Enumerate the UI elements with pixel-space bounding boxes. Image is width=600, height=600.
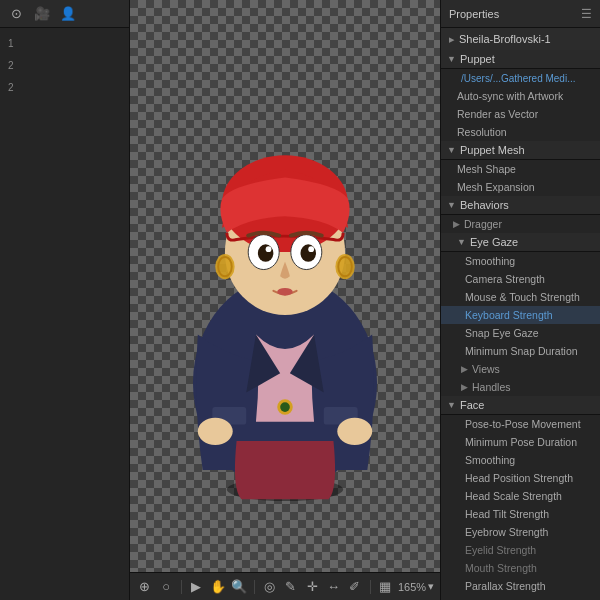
handles-label: Handles <box>472 381 511 393</box>
face-section-header[interactable]: ▼ Face <box>441 396 600 415</box>
record-icon[interactable]: ⊙ <box>6 4 26 24</box>
views-subsection[interactable]: ▶ Views <box>441 360 600 378</box>
min-pose-duration-prop[interactable]: Minimum Pose Duration <box>441 433 600 451</box>
left-toolbar: ⊙ 🎥 👤 <box>0 0 129 28</box>
camera-strength-prop[interactable]: Camera Strength <box>441 270 600 288</box>
svg-point-10 <box>301 244 317 261</box>
head-scale-strength-prop[interactable]: Head Scale Strength <box>441 487 600 505</box>
person-icon[interactable]: 👤 <box>58 4 78 24</box>
collapse-arrow: ▼ <box>457 237 466 247</box>
panel-header: Properties ☰ <box>441 0 600 28</box>
camera-icon[interactable]: 🎥 <box>32 4 52 24</box>
eye-smoothing-prop[interactable]: Smoothing <box>441 252 600 270</box>
bottom-toolbar: ⊕ ○ ▶ ✋ 🔍 ◎ ✎ ✛ ↔ ✐ ▦ 165% ▾ <box>130 572 440 600</box>
collapse-arrow: ▼ <box>447 400 456 410</box>
tool-hand[interactable]: ✋ <box>209 577 226 597</box>
svg-point-9 <box>258 244 274 261</box>
viewport <box>130 0 440 572</box>
resolution-prop[interactable]: Resolution <box>441 123 600 141</box>
file-path-label: /Users/...Gathered Medi... <box>461 73 576 84</box>
svg-point-12 <box>308 246 314 252</box>
views-label: Views <box>472 363 500 375</box>
puppet-name-label: Sheila-Broflovski-1 <box>459 33 551 45</box>
eye-gaze-section-header[interactable]: ▼ Eye Gaze <box>441 233 600 252</box>
face-title: Face <box>460 399 484 411</box>
app-layout: ⊙ 🎥 👤 1 2 2 <box>0 0 600 600</box>
file-path-row: /Users/...Gathered Medi... <box>441 69 600 87</box>
snap-eye-gaze-prop[interactable]: Snap Eye Gaze <box>441 324 600 342</box>
puppet-section-header[interactable]: ▼ Puppet <box>441 50 600 69</box>
collapse-arrow: ▼ <box>447 54 456 64</box>
auto-sync-prop[interactable]: Auto-sync with Artwork <box>441 87 600 105</box>
eyebrow-strength-prop[interactable]: Eyebrow Strength <box>441 523 600 541</box>
pose-to-pose-prop[interactable]: Pose-to-Pose Movement <box>441 415 600 433</box>
tool-zoom[interactable]: 🔍 <box>230 577 247 597</box>
handles-subsection[interactable]: ▶ Handles <box>441 378 600 396</box>
keyboard-strength-prop[interactable]: Keyboard Strength <box>441 306 600 324</box>
dragger-subsection[interactable]: ▶ Dragger <box>441 215 600 233</box>
left-panel: ⊙ 🎥 👤 1 2 2 <box>0 0 130 600</box>
separator <box>181 580 182 594</box>
tool-pen[interactable]: ✎ <box>282 577 299 597</box>
chevron-down-icon: ▾ <box>428 580 434 593</box>
dragger-label: Dragger <box>464 218 502 230</box>
tool-edit[interactable]: ✐ <box>346 577 363 597</box>
puppet-section-title: Puppet <box>460 53 495 65</box>
mesh-expansion-prop[interactable]: Mesh Expansion <box>441 178 600 196</box>
puppet-mesh-title: Puppet Mesh <box>460 144 525 156</box>
separator <box>254 580 255 594</box>
svg-point-20 <box>198 418 233 445</box>
puppet-svg <box>130 56 440 516</box>
head-position-strength-prop[interactable]: Head Position Strength <box>441 469 600 487</box>
mouse-touch-strength-prop[interactable]: Mouse & Touch Strength <box>441 288 600 306</box>
puppet-icon: ▸ <box>449 33 455 46</box>
puppet-name-row: ▸ Sheila-Broflovski-1 <box>441 28 600 50</box>
behaviors-section-header[interactable]: ▼ Behaviors <box>441 196 600 215</box>
tool-select[interactable]: ○ <box>157 577 174 597</box>
expand-arrow: ▶ <box>461 382 468 392</box>
mouth-strength-prop[interactable]: Mouth Strength <box>441 559 600 577</box>
svg-point-11 <box>266 246 272 252</box>
mesh-shape-prop[interactable]: Mesh Shape <box>441 160 600 178</box>
zoom-control[interactable]: 165% ▾ <box>398 580 434 593</box>
right-panel: Properties ☰ ▸ Sheila-Broflovski-1 ▼ Pup… <box>440 0 600 600</box>
render-vector-prop[interactable]: Render as Vector <box>441 105 600 123</box>
timeline-row: 2 <box>0 54 129 76</box>
timeline-rows: 1 2 2 <box>0 28 129 600</box>
properties-scroll[interactable]: ▸ Sheila-Broflovski-1 ▼ Puppet /Users/..… <box>441 28 600 600</box>
puppet-container <box>130 0 440 572</box>
tool-crosshair[interactable]: ✛ <box>303 577 320 597</box>
timeline-row: 1 <box>0 32 129 54</box>
panel-title: Properties <box>449 8 499 20</box>
parallax-strength-prop[interactable]: Parallax Strength <box>441 577 600 595</box>
checker-icon[interactable]: ▦ <box>377 577 394 597</box>
svg-point-19 <box>280 402 290 412</box>
face-smoothing-prop[interactable]: Smoothing <box>441 451 600 469</box>
eye-gaze-title: Eye Gaze <box>470 236 518 248</box>
behaviors-title: Behaviors <box>460 199 509 211</box>
eyelid-strength-prop[interactable]: Eyelid Strength <box>441 541 600 559</box>
panel-menu-icon[interactable]: ☰ <box>581 7 592 21</box>
tool-arrow[interactable]: ▶ <box>188 577 205 597</box>
tool-swap[interactable]: ↔ <box>325 577 342 597</box>
canvas-area: ⊕ ○ ▶ ✋ 🔍 ◎ ✎ ✛ ↔ ✐ ▦ 165% ▾ <box>130 0 440 600</box>
expand-arrow: ▶ <box>453 219 460 229</box>
tool-circle[interactable]: ⊕ <box>136 577 153 597</box>
head-tilt-strength-prop[interactable]: Head Tilt Strength <box>441 505 600 523</box>
collapse-arrow: ▼ <box>447 145 456 155</box>
puppet-mesh-section-header[interactable]: ▼ Puppet Mesh <box>441 141 600 160</box>
tool-record[interactable]: ◎ <box>261 577 278 597</box>
min-snap-duration-prop[interactable]: Minimum Snap Duration <box>441 342 600 360</box>
timeline-row: 2 <box>0 76 129 98</box>
svg-point-13 <box>277 288 293 296</box>
collapse-arrow: ▼ <box>447 200 456 210</box>
separator <box>370 580 371 594</box>
svg-point-21 <box>337 418 372 445</box>
expand-arrow: ▶ <box>461 364 468 374</box>
